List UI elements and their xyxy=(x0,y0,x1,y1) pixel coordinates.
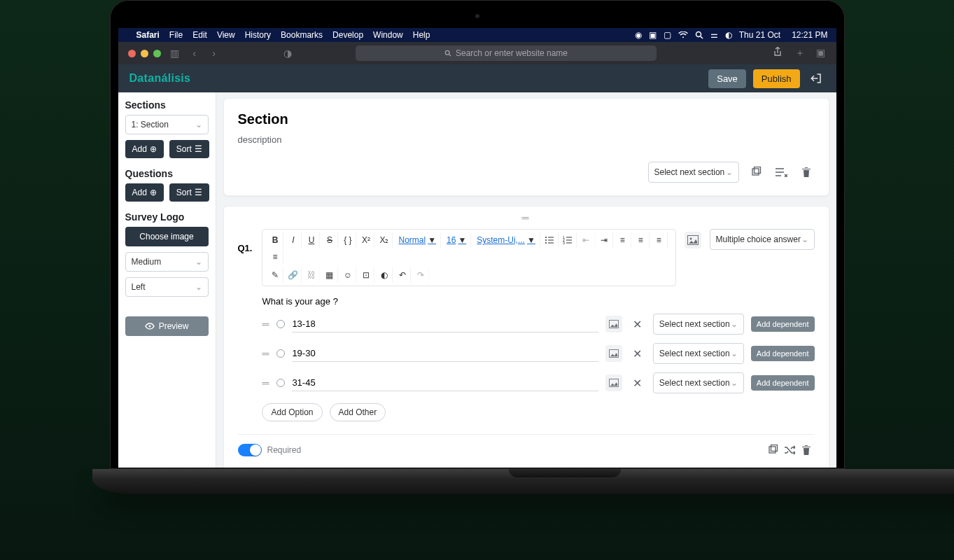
italic-icon[interactable]: I xyxy=(285,232,302,248)
undo-icon[interactable]: ↶ xyxy=(394,267,411,283)
siri-icon[interactable]: ◐ xyxy=(725,30,732,40)
code-icon[interactable]: { } xyxy=(339,232,356,248)
preview-button[interactable]: Preview xyxy=(125,316,209,336)
drag-handle-icon[interactable]: ═ xyxy=(262,318,269,330)
section-next-select[interactable]: Select next section ⌄ xyxy=(648,162,739,183)
menu-file[interactable]: File xyxy=(169,30,183,40)
sidebar-toggle-icon[interactable]: ▥ xyxy=(169,48,181,59)
shield-icon[interactable]: ◑ xyxy=(282,48,293,59)
duplicate-question-icon[interactable] xyxy=(764,442,781,458)
required-toggle[interactable] xyxy=(238,444,262,456)
insert-image-icon[interactable]: ⊡ xyxy=(358,267,374,283)
emoji-icon[interactable]: ☺ xyxy=(339,267,356,283)
add-option-button[interactable]: Add Option xyxy=(262,403,322,421)
q1-option-input-1[interactable] xyxy=(292,316,598,332)
logo-size-select[interactable]: Medium ⌄ xyxy=(125,252,209,272)
subscript-icon[interactable]: X₂ xyxy=(376,232,393,248)
close-window-button[interactable] xyxy=(128,50,136,57)
unordered-list-icon[interactable] xyxy=(542,232,559,248)
add-section-button[interactable]: Add ⊕ xyxy=(125,140,164,158)
remove-option-icon[interactable]: ✕ xyxy=(629,316,646,332)
sort-sections-button[interactable]: Sort ☰ xyxy=(169,140,209,158)
superscript-icon[interactable]: X² xyxy=(358,232,374,248)
menu-help[interactable]: Help xyxy=(413,30,430,40)
q1-option2-next-select[interactable]: Select next section⌄ xyxy=(653,343,744,364)
delete-section-icon[interactable] xyxy=(798,164,815,181)
section-select[interactable]: 1: Section ⌄ xyxy=(125,115,209,134)
macos-app-name[interactable]: Safari xyxy=(136,30,160,40)
paragraph-style-select[interactable]: Normal ▼ xyxy=(394,232,441,248)
choose-image-button[interactable]: Choose image xyxy=(125,227,209,246)
q1-type-select[interactable]: Multiple choice answer ⌄ xyxy=(710,229,815,250)
q1-option-input-3[interactable] xyxy=(292,374,598,391)
safari-urlbar[interactable]: Search or enter website name xyxy=(356,46,657,61)
display-icon[interactable]: ▣ xyxy=(649,30,657,40)
q1-option-input-2[interactable] xyxy=(292,345,598,362)
wifi-icon[interactable] xyxy=(678,31,688,38)
underline-icon[interactable]: U xyxy=(303,232,320,248)
align-center-icon[interactable]: ≡ xyxy=(633,232,650,248)
add-other-button[interactable]: Add Other xyxy=(330,403,386,421)
q1-option3-next-select[interactable]: Select next section⌄ xyxy=(653,372,744,393)
save-button[interactable]: Save xyxy=(708,69,746,88)
unlink-icon[interactable]: ⛓ xyxy=(303,267,320,283)
add-dependent-button[interactable]: Add dependent xyxy=(751,316,815,332)
back-icon[interactable]: ‹ xyxy=(189,48,200,59)
drag-handle-icon[interactable]: ═ xyxy=(262,348,269,359)
menu-history[interactable]: History xyxy=(245,30,271,40)
option-image-icon[interactable] xyxy=(605,345,622,362)
section-description[interactable]: description xyxy=(238,134,815,145)
minimize-window-button[interactable] xyxy=(141,50,148,57)
logo-align-select[interactable]: Left ⌄ xyxy=(125,277,209,297)
eraser-icon[interactable]: ◐ xyxy=(376,267,393,283)
q1-option1-next-select[interactable]: Select next section⌄ xyxy=(653,314,744,335)
strikethrough-icon[interactable]: S xyxy=(321,232,338,248)
remove-option-icon[interactable]: ✕ xyxy=(629,345,646,362)
font-family-select[interactable]: System-Ui,... ▼ xyxy=(472,232,540,248)
q1-question-text[interactable]: What is your age ? xyxy=(262,286,814,314)
duplicate-section-icon[interactable] xyxy=(748,164,764,181)
add-question-button[interactable]: Add ⊕ xyxy=(125,183,164,202)
spotlight-icon[interactable] xyxy=(695,31,703,39)
link-icon[interactable]: 🔗 xyxy=(285,267,302,283)
shuffle-icon[interactable] xyxy=(781,442,798,458)
ordered-list-icon[interactable]: 123 xyxy=(560,232,577,248)
redo-icon[interactable]: ↷ xyxy=(412,267,429,283)
align-right-icon[interactable]: ≡ xyxy=(651,232,668,248)
add-dependent-button[interactable]: Add dependent xyxy=(751,346,815,361)
image-icon[interactable]: ▦ xyxy=(321,267,338,283)
indent-icon[interactable]: ⇥ xyxy=(596,232,613,248)
publish-button[interactable]: Publish xyxy=(753,69,800,88)
outdent-icon[interactable]: ⇤ xyxy=(578,232,595,248)
battery-icon[interactable]: ▢ xyxy=(664,30,671,40)
menu-view[interactable]: View xyxy=(217,30,235,40)
menu-bookmarks[interactable]: Bookmarks xyxy=(281,30,323,40)
remove-option-icon[interactable]: ✕ xyxy=(629,374,646,391)
new-tab-icon[interactable]: ＋ xyxy=(794,47,806,59)
align-justify-icon[interactable]: ≡ xyxy=(267,249,283,265)
tabs-icon[interactable]: ▣ xyxy=(815,47,827,59)
fullscreen-window-button[interactable] xyxy=(153,50,161,57)
font-size-select[interactable]: 16 ▼ xyxy=(442,232,471,248)
pencil-icon[interactable]: ✎ xyxy=(267,267,283,283)
align-left-icon[interactable]: ≡ xyxy=(615,232,631,248)
list-remove-icon[interactable] xyxy=(773,164,790,181)
section-title[interactable]: Section xyxy=(238,111,815,127)
menubar-time[interactable]: 12:21 PM xyxy=(792,30,827,40)
menu-window[interactable]: Window xyxy=(373,30,403,40)
play-icon[interactable]: ◉ xyxy=(635,30,642,40)
drag-handle-icon[interactable]: ═ xyxy=(238,212,815,223)
option-image-icon[interactable] xyxy=(605,374,622,391)
bold-icon[interactable]: B xyxy=(267,232,283,248)
control-center-icon[interactable]: ⚌ xyxy=(710,30,718,40)
logout-icon[interactable] xyxy=(807,69,825,88)
delete-question-icon[interactable] xyxy=(798,442,815,458)
sort-questions-button[interactable]: Sort ☰ xyxy=(169,183,209,202)
forward-icon[interactable]: › xyxy=(209,48,220,59)
add-dependent-button[interactable]: Add dependent xyxy=(751,375,815,391)
menubar-date[interactable]: Thu 21 Oct xyxy=(739,30,780,40)
option-image-icon[interactable] xyxy=(605,316,622,332)
add-question-image-icon[interactable] xyxy=(685,232,701,248)
menu-edit[interactable]: Edit xyxy=(192,30,207,40)
share-icon[interactable] xyxy=(773,47,785,59)
